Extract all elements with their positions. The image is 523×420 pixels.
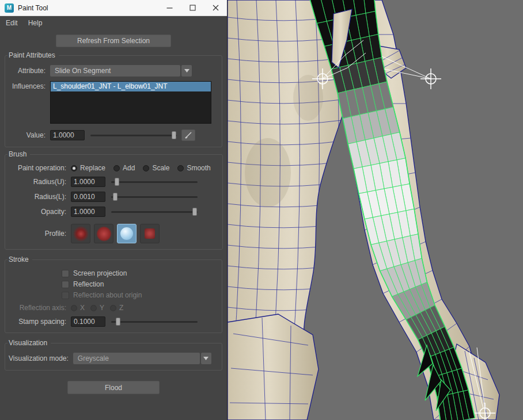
checkbox-reflection[interactable]: Reflection: [9, 280, 218, 288]
value-label: Value:: [9, 131, 46, 139]
radius-u-slider[interactable]: [111, 177, 198, 186]
visualization-mode-value: Greyscale: [78, 354, 109, 362]
visualization-section: Visualization Visualization mode: Greysc…: [5, 339, 222, 371]
attribute-dropdown-arrow[interactable]: [181, 65, 192, 77]
radius-l-slider[interactable]: [111, 192, 198, 201]
slider-handle[interactable]: [192, 208, 197, 216]
slider-handle[interactable]: [172, 131, 176, 139]
hip-mesh: [228, 314, 319, 420]
menubar: Edit Help: [0, 16, 227, 30]
visualization-mode-dropdown[interactable]: Greyscale: [73, 353, 200, 364]
influences-list[interactable]: L_shoulder01_JNT - L_elbow01_JNT: [50, 81, 211, 124]
radius-u-input[interactable]: [71, 177, 105, 187]
value-input[interactable]: [50, 130, 85, 140]
flood-row: Flood: [0, 381, 227, 394]
close-icon: [213, 5, 219, 11]
stamp-spacing-slider[interactable]: [111, 317, 198, 326]
paint-attributes-title: Paint Attributes: [7, 51, 59, 59]
soft-brush-icon: [96, 226, 112, 242]
solid-brush-icon: [120, 227, 133, 240]
minimize-button[interactable]: [158, 0, 181, 16]
checkbox-icon: [62, 281, 69, 288]
radio-replace[interactable]: Replace: [71, 164, 105, 172]
window-title: Paint Tool: [18, 4, 48, 12]
radio-smooth[interactable]: Smooth: [177, 164, 210, 172]
paint-tool-panel: M Paint Tool Edit Help Refresh From Sele…: [0, 0, 228, 420]
stamp-spacing-label: Stamp spacing:: [9, 318, 66, 326]
flood-button[interactable]: Flood: [67, 381, 160, 394]
solid-brush-button[interactable]: [117, 224, 137, 243]
slider-track: [90, 135, 177, 136]
slider-track: [111, 321, 198, 323]
radius-l-row: Radius(L):: [9, 192, 219, 202]
radio-dot-icon: [113, 165, 120, 171]
stamp-spacing-row: Stamp spacing:: [9, 316, 218, 327]
chevron-down-icon: [203, 357, 209, 360]
stroke-section: Stroke Screen projection Reflection Refl…: [5, 255, 222, 333]
refresh-from-selection-button[interactable]: Refresh From Selection: [56, 35, 171, 47]
maximize-button[interactable]: [181, 0, 204, 16]
soft-brush-button[interactable]: [94, 224, 113, 243]
opacity-slider[interactable]: [111, 207, 198, 216]
radio-axis-z: Z: [110, 304, 123, 312]
visualization-dropdown-arrow[interactable]: [201, 353, 211, 364]
radius-l-label: Radius(L):: [9, 193, 66, 201]
refresh-row: Refresh From Selection: [0, 35, 227, 47]
value-curve-button[interactable]: [181, 129, 195, 141]
attribute-label: Attribute:: [9, 67, 46, 75]
radius-l-input[interactable]: [71, 192, 105, 202]
gaussian-brush-button[interactable]: [71, 224, 90, 243]
reflection-axis-row: Reflection axis: X Y Z: [9, 304, 218, 312]
maya-app-icon: M: [5, 3, 14, 13]
influences-row: Influences: L_shoulder01_JNT - L_elbow01…: [9, 81, 218, 124]
app-window: M Paint Tool Edit Help Refresh From Sele…: [0, 0, 523, 420]
reflection-axis-label: Reflection axis:: [9, 304, 66, 312]
paint-operation-label: Paint operation:: [9, 164, 66, 172]
attribute-dropdown-value: Slide On Segment: [55, 67, 111, 75]
slider-track: [111, 196, 198, 198]
influence-list-item[interactable]: L_shoulder01_JNT - L_elbow01_JNT: [51, 82, 211, 91]
checkbox-icon: [62, 270, 69, 277]
slider-track: [111, 211, 198, 213]
viewport-canvas[interactable]: [228, 0, 523, 420]
paint-attributes-section: Paint Attributes Attribute: Slide On Seg…: [5, 51, 222, 147]
radio-dot-icon: [110, 305, 116, 311]
attribute-dropdown[interactable]: Slide On Segment: [50, 65, 180, 77]
slider-track: [111, 181, 198, 183]
gaussian-brush-icon: [73, 226, 89, 242]
radius-u-label: Radius(U):: [9, 178, 66, 186]
menu-edit[interactable]: Edit: [1, 19, 23, 27]
radio-axis-y: Y: [90, 304, 104, 312]
opacity-label: Opacity:: [9, 208, 66, 216]
radio-add[interactable]: Add: [113, 164, 135, 172]
checkbox-screen-projection[interactable]: Screen projection: [9, 269, 218, 277]
texture-blotch: [245, 138, 291, 207]
value-slider[interactable]: [90, 131, 177, 140]
influences-label: Influences:: [9, 82, 46, 90]
minimize-icon: [166, 5, 173, 11]
radio-scale[interactable]: Scale: [143, 164, 169, 172]
radio-dot-icon: [71, 305, 77, 311]
chevron-down-icon: [184, 69, 190, 72]
menu-help[interactable]: Help: [23, 19, 48, 27]
stamp-spacing-input[interactable]: [71, 316, 105, 327]
close-button[interactable]: [204, 0, 227, 16]
radio-dot-icon: [143, 165, 149, 171]
visualization-title: Visualization: [7, 339, 51, 347]
slider-handle[interactable]: [116, 318, 120, 326]
checkbox-reflection-about-origin: Reflection about origin: [9, 291, 218, 299]
viewport-3d[interactable]: [228, 0, 523, 420]
slider-handle[interactable]: [115, 178, 119, 186]
brush-title: Brush: [7, 150, 30, 158]
square-brush-button[interactable]: [140, 224, 160, 243]
visualization-mode-label: Visualization mode:: [9, 354, 69, 362]
pencil-slash-icon: [184, 131, 192, 139]
stroke-title: Stroke: [7, 255, 32, 264]
profile-label: Profile:: [9, 230, 66, 238]
slider-handle[interactable]: [113, 193, 118, 201]
radio-axis-x: X: [71, 304, 85, 312]
opacity-input[interactable]: [71, 207, 105, 217]
radius-u-row: Radius(U):: [9, 177, 219, 187]
visualization-mode-row: Visualization mode: Greyscale: [9, 353, 218, 364]
maximize-icon: [190, 5, 196, 11]
